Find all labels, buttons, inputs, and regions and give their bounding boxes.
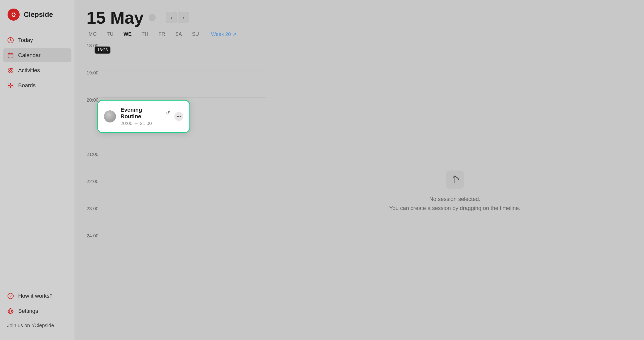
prev-day-button[interactable]: ‹ [166,12,177,23]
time-label-18: 18:00 [74,43,95,49]
calendar-body: 18:00 18:23 19:00 20:00 [74,43,644,340]
next-day-button[interactable]: › [178,12,189,23]
event-repeat-icon: ↺ [166,110,170,116]
svg-line-12 [11,68,12,69]
svg-point-19 [10,310,12,312]
sidebar: Clepside Today [0,0,74,340]
time-line-18 [95,43,266,43]
help-icon: ? [7,292,14,300]
sidebar-item-settings[interactable]: Settings [3,304,71,318]
sidebar-item-how-it-works[interactable]: ? How it works? [3,289,71,303]
time-label-23: 23:00 [74,206,95,211]
timeline-area[interactable]: 18:00 18:23 19:00 20:00 [74,43,266,340]
day-tab-sa[interactable]: SA [173,30,184,38]
no-session-line1: No session selected. [389,195,520,203]
calendar-header: 15 May ‹ › MO TU WE TH FR SA SU Week 20 … [74,0,644,43]
time-row-22: 22:00 [74,179,266,206]
join-community-link[interactable]: Join us on r/Clepside [3,319,71,332]
settings-label: Settings [18,308,38,314]
week-label[interactable]: Week 20 ↗ [211,31,236,37]
event-time: 20:00 → 21:00 [120,121,170,126]
boards-icon [7,82,14,89]
time-label-24: 24:00 [74,233,95,239]
app-logo: Clepside [0,8,74,21]
time-line-20 [95,97,266,98]
sort-icon-box [446,171,464,189]
time-line-21 [95,152,266,152]
event-info: Evening Routine ↺ 20:00 → 21:00 [120,107,170,126]
time-line-container-22 [95,179,266,206]
sidebar-item-calendar[interactable]: Calendar [3,48,71,62]
sidebar-item-boards[interactable]: Boards [3,78,71,93]
day-tab-su[interactable]: SU [190,30,201,38]
event-card[interactable]: Evening Routine ↺ 20:00 → 21:00 ••• [97,100,190,133]
current-time-indicator: 18:23 [95,47,197,54]
header-top: 15 May ‹ › [87,9,632,26]
time-row-24: 24:00 [74,233,266,260]
time-label-22: 22:00 [74,179,95,184]
sort-icon [450,175,460,185]
sidebar-item-activities[interactable]: Activities [3,63,71,77]
clepside-logo-icon [7,8,20,21]
day-tab-mo[interactable]: MO [87,30,99,38]
calendar-icon [7,52,14,59]
svg-rect-15 [8,86,10,88]
activities-icon [7,67,14,74]
event-more-button[interactable]: ••• [174,112,183,121]
day-tabs: MO TU WE TH FR SA SU Week 20 ↗ [87,30,632,38]
time-row-21: 21:00 [74,152,266,179]
time-line-23 [95,206,266,206]
sidebar-item-activities-label: Activities [18,67,40,74]
sidebar-item-today-label: Today [18,37,33,44]
time-label-21: 21:00 [74,152,95,157]
time-row-18: 18:00 18:23 [74,43,266,70]
no-session-text: No session selected. You can create a se… [389,195,520,212]
time-line-22 [95,179,266,179]
sidebar-bottom: ? How it works? Settings Join us on r/Cl… [0,289,74,332]
svg-line-4 [11,40,12,41]
sidebar-item-boards-label: Boards [18,82,36,89]
no-session-line2: You can create a session by dragging on … [389,204,520,212]
sidebar-item-today[interactable]: Today [3,33,71,47]
sidebar-nav: Today Calendar [0,33,74,289]
svg-text:?: ? [10,294,12,298]
current-time-line [111,50,197,50]
time-line-19 [95,70,266,70]
svg-point-10 [10,69,12,71]
day-tab-fr[interactable]: FR [156,30,167,38]
time-line-container-24 [95,233,266,260]
time-line-container-23 [95,206,266,233]
sidebar-item-calendar-label: Calendar [18,52,41,59]
current-time-badge: 18:23 [95,47,110,54]
date-title: 15 May [87,9,144,26]
nav-arrows: ‹ › [166,12,189,23]
time-line-container-21 [95,152,266,179]
event-avatar-image [104,110,116,122]
time-row-20: 20:00 Evening Routine ↺ 20:0 [74,97,266,152]
event-title-text: Evening Routine [120,107,164,120]
event-title: Evening Routine ↺ [120,107,170,120]
svg-point-1 [12,13,15,16]
main-content: 15 May ‹ › MO TU WE TH FR SA SU Week 20 … [74,0,644,340]
day-tab-tu[interactable]: TU [105,30,115,38]
time-line-container-19 [95,70,266,97]
time-label-20: 20:00 [74,97,95,103]
time-row-23: 23:00 [74,206,266,233]
svg-rect-14 [11,83,13,85]
settings-icon [7,308,14,315]
time-line-24 [95,233,266,233]
svg-rect-13 [8,83,10,85]
app-name: Clepside [24,11,53,19]
svg-rect-5 [8,53,13,58]
clock-icon [7,37,14,44]
time-line-container-18: 18:23 [95,43,266,70]
day-tab-th[interactable]: TH [140,30,150,38]
how-it-works-label: How it works? [18,293,53,299]
right-panel: No session selected. You can create a se… [266,43,644,340]
day-tab-we[interactable]: WE [122,30,134,38]
time-row-19: 19:00 [74,70,266,97]
event-avatar [104,110,116,122]
date-circle-button[interactable] [149,14,156,21]
time-line-container-20: Evening Routine ↺ 20:00 → 21:00 ••• [95,97,266,152]
svg-rect-16 [11,86,13,88]
